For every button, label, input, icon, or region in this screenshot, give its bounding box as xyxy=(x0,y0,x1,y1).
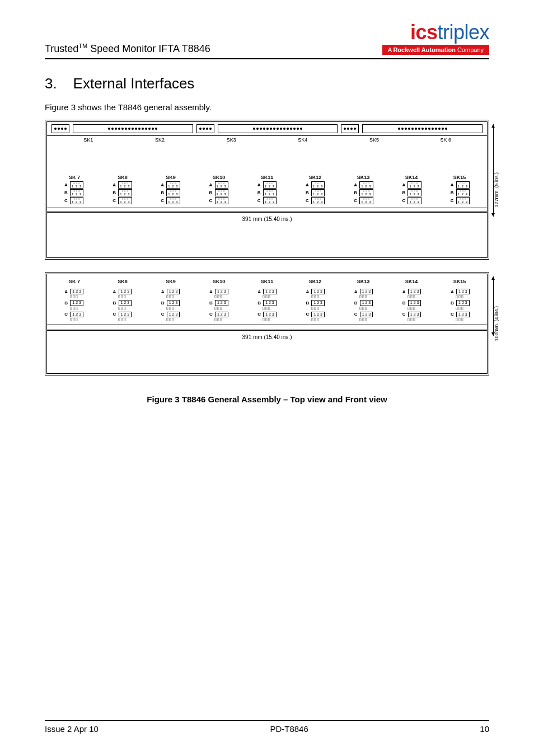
sk-label: SK1 xyxy=(53,137,124,143)
terminal-block: A○ ○ ○1 2 3 xyxy=(147,181,194,189)
terminal-box: 1 2 3 xyxy=(215,312,228,317)
connector-sk6 xyxy=(362,124,483,133)
terminal-letter: B xyxy=(451,300,455,306)
terminal-screws-icon: ▯▯▯ xyxy=(456,294,464,298)
terminal-letter: B xyxy=(451,190,455,195)
terminal-screws-icon: ▯▯▯ xyxy=(118,306,127,310)
terminal-letter: A xyxy=(257,289,262,294)
terminal-numbers: 1 2 3 xyxy=(458,192,468,196)
sk-label: SK3 xyxy=(195,137,267,143)
logo-text: icstriplex xyxy=(382,22,489,43)
connector-sk1 xyxy=(51,124,69,133)
company-logo: icstriplex A Rockwell Automation Company xyxy=(382,22,489,55)
terminal-column: A○ ○ ○1 2 3B○ ○ ○1 2 3C○ ○ ○1 2 3 xyxy=(388,181,435,204)
terminal-box: 1 2 3 xyxy=(408,289,421,294)
height-dimension: 127mm. (5 ins.) xyxy=(494,172,499,208)
col-header: SK8 xyxy=(99,175,147,180)
terminal-box: 1 2 3 xyxy=(215,300,228,306)
terminal-box: ○ ○ ○1 2 3 xyxy=(359,189,373,196)
terminal-screws-icon: ▯▯▯ xyxy=(166,294,175,298)
width-dimension: 391 mm (15.40 ins.) xyxy=(47,330,487,344)
terminal-box: ○ ○ ○1 2 3 xyxy=(118,189,132,196)
terminal-letter: C xyxy=(113,198,117,203)
terminal-block: C1 2 3▯▯▯ xyxy=(64,312,83,321)
terminal-box: ○ ○ ○1 2 3 xyxy=(70,189,83,196)
terminal-box: 1 2 3 xyxy=(70,312,83,317)
terminal-block: B1 2 3▯▯▯ xyxy=(257,300,277,309)
terminal-letter: A xyxy=(306,182,310,187)
terminal-box: 1 2 3 xyxy=(456,312,470,317)
section-heading: 3. External Interfaces xyxy=(45,75,489,92)
terminal-column: A○ ○ ○1 2 3B○ ○ ○1 2 3C○ ○ ○1 2 3 xyxy=(99,181,146,204)
dimension-arrow-icon xyxy=(493,276,494,336)
terminal-screws-icon: ▯▯▯ xyxy=(118,294,127,298)
terminal-box: ○ ○ ○1 2 3 xyxy=(456,189,470,196)
terminal-block: B○ ○ ○1 2 3 xyxy=(195,189,242,196)
col-header: SK15 xyxy=(435,279,484,284)
terminal-row: B1 2 3 xyxy=(354,300,373,306)
terminal-block: B1 2 3▯▯▯ xyxy=(161,300,180,309)
terminal-letter: B xyxy=(209,300,214,306)
terminal-block: B○ ○ ○1 2 3 xyxy=(243,189,291,196)
terminal-block: B1 2 3▯▯▯ xyxy=(402,300,421,309)
terminal-numbers: 1 2 3 xyxy=(265,200,275,204)
terminal-block: A1 2 3▯▯▯ xyxy=(306,289,325,298)
terminal-letter: A xyxy=(161,289,166,294)
terminal-row: B1 2 3 xyxy=(257,300,277,306)
width-dimension: 391 mm (15.40 ins.) xyxy=(47,212,487,226)
terminal-column: A○ ○ ○1 2 3B○ ○ ○1 2 3C○ ○ ○1 2 3 xyxy=(50,181,97,204)
terminal-row: C1 2 3 xyxy=(64,312,83,317)
terminal-block: C1 2 3▯▯▯ xyxy=(306,312,325,321)
terminal-numbers: 1 2 3 xyxy=(72,185,82,188)
terminal-letter: A xyxy=(402,289,407,294)
terminal-column: A○ ○ ○1 2 3B○ ○ ○1 2 3C○ ○ ○1 2 3 xyxy=(243,181,291,204)
terminal-screws-icon: ▯▯▯ xyxy=(311,294,320,298)
terminal-letter: B xyxy=(161,300,166,306)
terminal-numbers: 1 2 3 xyxy=(168,200,178,204)
terminal-row: C1 2 3 xyxy=(354,312,373,317)
terminal-letter: C xyxy=(161,198,165,203)
terminal-screws-icon: ▯▯▯ xyxy=(311,306,320,310)
terminal-block: C○ ○ ○1 2 3 xyxy=(340,197,387,204)
terminal-column: A○ ○ ○1 2 3B○ ○ ○1 2 3C○ ○ ○1 2 3 xyxy=(292,181,339,204)
terminal-letter: B xyxy=(402,300,407,306)
terminal-column: A1 2 3▯▯▯B1 2 3▯▯▯C1 2 3▯▯▯ xyxy=(292,289,339,321)
terminal-letter: B xyxy=(64,300,69,306)
terminal-row: B1 2 3 xyxy=(402,300,421,306)
terminal-letter: C xyxy=(402,312,407,317)
col-header: SK9 xyxy=(147,279,195,284)
terminal-letter: C xyxy=(209,312,214,317)
footer-right: 10 xyxy=(480,724,489,734)
terminal-block: B1 2 3▯▯▯ xyxy=(209,300,228,309)
terminal-block: C1 2 3▯▯▯ xyxy=(402,312,421,321)
col-header: SK14 xyxy=(387,279,435,284)
trademark: TM xyxy=(78,43,87,49)
terminal-screws-icon: ▯▯▯ xyxy=(407,306,416,310)
terminal-box: ○ ○ ○1 2 3 xyxy=(311,189,325,196)
terminal-box: ○ ○ ○1 2 3 xyxy=(70,181,83,189)
terminal-letter: A xyxy=(161,182,165,187)
terminal-letter: C xyxy=(451,312,455,317)
terminal-numbers: 1 2 3 xyxy=(458,185,468,188)
terminal-box: ○ ○ ○1 2 3 xyxy=(311,197,325,204)
terminal-numbers: 1 2 3 xyxy=(265,185,275,188)
terminal-letter: A xyxy=(354,182,358,187)
terminal-block: C○ ○ ○1 2 3 xyxy=(99,197,146,204)
sk-top-label-row: SK1 SK2 SK3 SK4 SK5 SK 6 xyxy=(47,136,487,144)
terminal-letter: C xyxy=(306,198,310,203)
height-dimension-side: 127mm. (5 ins.) xyxy=(494,122,499,257)
terminal-screws-icon: ▯▯▯ xyxy=(407,317,416,321)
terminal-block: B1 2 3▯▯▯ xyxy=(306,300,325,309)
terminal-column: A1 2 3▯▯▯B1 2 3▯▯▯C1 2 3▯▯▯ xyxy=(437,289,484,321)
connector-sk2 xyxy=(73,124,193,133)
terminal-letter: A xyxy=(64,182,69,187)
figure-caption: Figure 3 T8846 General Assembly – Top vi… xyxy=(45,395,489,404)
terminal-letter: C xyxy=(64,312,69,317)
terminal-column: A1 2 3▯▯▯B1 2 3▯▯▯C1 2 3▯▯▯ xyxy=(388,289,435,321)
height-dimension-side: 102mm. (4 ins.) xyxy=(494,274,499,373)
terminal-box: ○ ○ ○1 2 3 xyxy=(215,181,228,189)
terminal-block: B○ ○ ○1 2 3 xyxy=(147,189,194,196)
terminal-column: A1 2 3▯▯▯B1 2 3▯▯▯C1 2 3▯▯▯ xyxy=(50,289,97,321)
terminal-box: 1 2 3 xyxy=(167,300,180,306)
page-header: TrustedTM Speed Monitor IFTA T8846 icstr… xyxy=(45,22,489,59)
